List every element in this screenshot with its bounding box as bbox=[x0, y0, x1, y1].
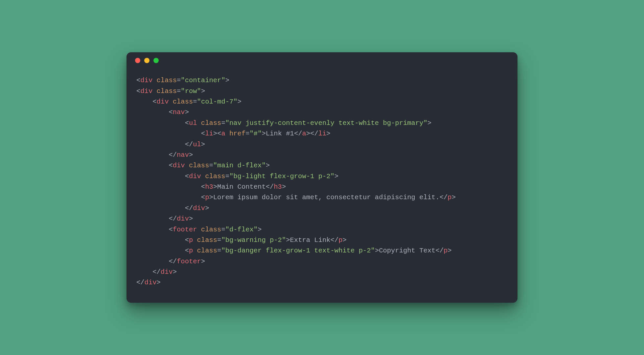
code-token: Copyright Text bbox=[379, 247, 435, 254]
code-token: > bbox=[326, 130, 330, 137]
window-titlebar bbox=[126, 52, 518, 69]
code-token: > bbox=[201, 258, 205, 265]
code-line: <p class="bg-warning p-2">Extra Link</p> bbox=[136, 235, 508, 246]
code-token bbox=[152, 87, 156, 95]
code-token: > bbox=[452, 194, 456, 201]
code-token: </ bbox=[152, 268, 161, 276]
code-token: class bbox=[189, 162, 209, 169]
code-line: </div> bbox=[136, 203, 508, 214]
code-token bbox=[152, 77, 156, 84]
code-token: </ bbox=[169, 215, 177, 223]
code-token: "main d-flex" bbox=[213, 162, 266, 169]
window-close-dot[interactable] bbox=[135, 58, 140, 63]
code-token: < bbox=[185, 247, 189, 254]
code-token: >< bbox=[213, 130, 221, 137]
window-minimize-dot[interactable] bbox=[144, 58, 150, 63]
code-token: class bbox=[157, 77, 177, 84]
code-token: < bbox=[201, 183, 205, 191]
window-maximize-dot[interactable] bbox=[153, 58, 159, 63]
code-token: > bbox=[334, 173, 338, 180]
code-line: <nav> bbox=[136, 107, 508, 118]
code-token: class bbox=[197, 247, 218, 254]
code-token: < bbox=[136, 87, 140, 95]
code-token: > bbox=[201, 141, 205, 148]
code-token: li bbox=[205, 130, 213, 137]
code-window: <div class="container"><div class="row">… bbox=[126, 52, 518, 303]
code-token: = bbox=[177, 87, 181, 95]
code-token: class bbox=[201, 119, 221, 127]
code-token bbox=[193, 236, 197, 244]
code-token: < bbox=[201, 130, 205, 137]
code-token: </ bbox=[169, 151, 177, 159]
code-token: p bbox=[189, 236, 193, 244]
code-token bbox=[197, 119, 201, 127]
code-block: <div class="container"><div class="row">… bbox=[126, 69, 518, 303]
code-token: a bbox=[221, 130, 225, 137]
code-token: > bbox=[427, 119, 431, 127]
code-line: <ul class="nav justify-content-evenly te… bbox=[136, 118, 508, 129]
code-token: "bg-warning p-2" bbox=[221, 236, 286, 244]
code-token: = bbox=[217, 247, 221, 254]
code-token: = bbox=[177, 77, 181, 84]
code-token: </ bbox=[435, 247, 444, 254]
code-token: > bbox=[258, 226, 262, 233]
code-token: "bg-light flex-grow-1 p-2" bbox=[229, 173, 334, 180]
code-token: </ bbox=[440, 194, 448, 201]
code-token: > bbox=[205, 204, 209, 212]
code-token: class bbox=[173, 98, 193, 106]
code-token: > bbox=[375, 247, 379, 254]
code-token: < bbox=[169, 162, 172, 169]
code-token: = bbox=[209, 162, 213, 169]
code-token: > bbox=[286, 236, 290, 244]
code-token: class bbox=[201, 226, 221, 233]
code-token: </ bbox=[136, 279, 145, 286]
code-token: div bbox=[161, 268, 173, 276]
code-token: > bbox=[225, 77, 229, 84]
code-token: h3 bbox=[205, 183, 213, 191]
code-line: <div class="bg-light flex-grow-1 p-2"> bbox=[136, 171, 508, 182]
code-token: < bbox=[136, 77, 140, 84]
code-token: div bbox=[189, 173, 201, 180]
code-line: <div class="container"> bbox=[136, 75, 508, 86]
code-token: div bbox=[140, 87, 152, 95]
code-token: p bbox=[338, 236, 342, 244]
code-token: > bbox=[185, 108, 189, 116]
code-token: = bbox=[245, 130, 249, 137]
code-token: ></ bbox=[306, 130, 318, 137]
code-token: > bbox=[343, 236, 347, 244]
code-token: > bbox=[209, 194, 213, 201]
code-token: div bbox=[193, 204, 205, 212]
code-token: p bbox=[448, 194, 451, 201]
code-token: = bbox=[217, 236, 221, 244]
code-token: "bg-danger flex-grow-1 text-white p-2" bbox=[221, 247, 375, 254]
code-token: "d-flex" bbox=[225, 226, 258, 233]
code-token bbox=[169, 98, 172, 106]
code-token: > bbox=[189, 151, 193, 159]
code-token: < bbox=[169, 226, 172, 233]
code-token: > bbox=[201, 87, 205, 95]
code-token: class bbox=[205, 173, 225, 180]
code-token: nav bbox=[173, 108, 185, 116]
code-token: nav bbox=[177, 151, 189, 159]
code-line: </footer> bbox=[136, 256, 508, 267]
code-token: > bbox=[157, 279, 161, 286]
code-token: ul bbox=[193, 141, 201, 148]
code-token: < bbox=[185, 173, 189, 180]
code-token: p bbox=[444, 247, 448, 254]
code-token: "#" bbox=[250, 130, 262, 137]
code-token: </ bbox=[266, 183, 274, 191]
code-token: </ bbox=[331, 236, 339, 244]
code-token: > bbox=[266, 162, 270, 169]
code-token: "col-md-7" bbox=[197, 98, 238, 106]
code-token: > bbox=[262, 130, 265, 137]
code-token: < bbox=[152, 98, 156, 106]
code-token: </ bbox=[169, 258, 177, 265]
code-line: </ul> bbox=[136, 139, 508, 150]
code-token: < bbox=[169, 108, 172, 116]
code-token: Extra Link bbox=[290, 236, 331, 244]
code-token bbox=[197, 226, 201, 233]
code-token: "row" bbox=[181, 87, 201, 95]
code-line: </nav> bbox=[136, 150, 508, 160]
code-token: = bbox=[221, 226, 225, 233]
code-token: </ bbox=[294, 130, 302, 137]
